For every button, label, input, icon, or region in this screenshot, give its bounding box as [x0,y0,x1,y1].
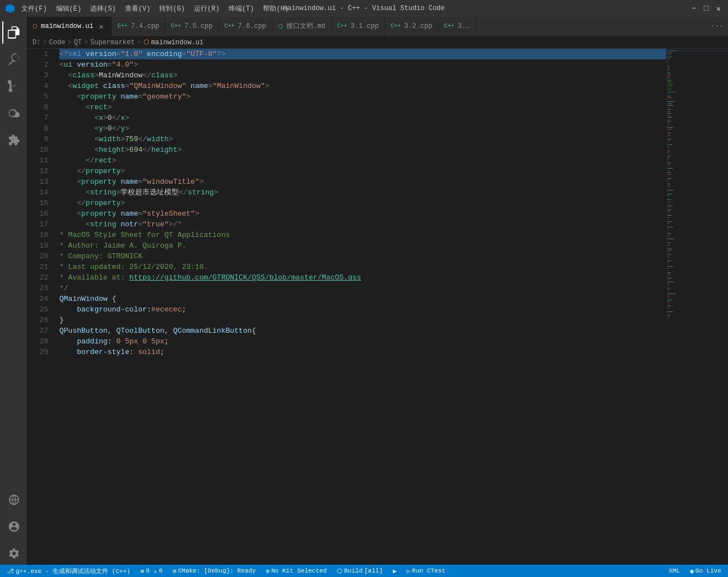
breadcrumb-filename[interactable]: mainwindow.ui [151,39,204,46]
minimize-button[interactable]: − [690,4,698,12]
line-num-27: 27 [36,325,48,336]
line-num-22: 22 [36,272,48,283]
title-bar-left: 文件(F) 编辑(E) 选择(S) 查看(V) 转到(G) 运行(R) 终端(T… [6,4,289,13]
line-num-21: 21 [36,262,48,272]
code-line-17: <string notr="true">/* [59,219,666,230]
line-num-14: 14 [36,187,48,198]
line-num-28: 28 [36,336,48,347]
menu-file[interactable]: 文件(F) [21,4,47,13]
tab-3-2-cpp[interactable]: C++ 3.2.cpp [385,17,438,36]
line-num-11: 11 [36,155,48,166]
breadcrumb-sep1: > [43,39,47,46]
code-line-24: QMainWindow { [59,294,666,304]
status-run-ctest[interactable]: ▷ Run CTest [405,565,448,577]
close-button[interactable]: ✕ [715,4,722,12]
status-bracket-label: [all] [364,567,383,574]
line-num-13: 13 [36,176,48,187]
tab-mainwindow-ui[interactable]: ⬡ mainwindow.ui ✕ [27,17,112,36]
code-line-11: </rect> [59,155,666,166]
line-num-20: 20 [36,251,48,262]
maximize-button[interactable]: □ [702,4,710,12]
tab-overflow-button[interactable]: ··· [706,17,728,36]
live-icon: ◉ [690,567,694,575]
tab-interface-md[interactable]: ⬡ 接口文档.md [272,17,332,36]
code-line-16: <property name="styleSheet"> [59,208,666,219]
status-lang[interactable]: XML [666,565,682,577]
status-warnings-count: 0 [159,567,163,574]
status-branch-label: g++.exe - 生成和调试活动文件 (C++) [16,567,131,575]
breadcrumb: D: > Code > QT > Supermarket > ⬡ mainwin… [27,36,728,49]
code-line-8: <y>0</y> [59,123,666,134]
explorer-icon[interactable] [2,21,25,44]
code-line-29: border-style: solid; [59,347,666,357]
line-num-25: 25 [36,304,48,315]
tab-3-1-cpp[interactable]: C++ 3.1.cpp [332,17,385,36]
kit-icon: ⚙ [266,567,270,575]
status-git-branch[interactable]: ⎇ g++.exe - 生成和调试活动文件 (C++) [4,565,133,577]
status-go-live[interactable]: ◉ Go Live [688,565,724,577]
status-run-ctest-label: Run CTest [412,567,445,574]
status-cmake[interactable]: ⚙ CMake: [Debug]: Ready [170,565,258,577]
breadcrumb-drive[interactable]: D: [33,39,40,46]
minimap: ■■■ ■■■■■■■■■ ■■ ■■■ ■■■■■ ■■■■■■■ ■■■■ … [666,49,728,565]
breadcrumb-supermarket[interactable]: Supermarket [90,39,135,46]
code-line-15: </property> [59,198,666,208]
breadcrumb-code[interactable]: Code [49,39,66,46]
line-num-8: 8 [36,123,48,134]
code-line-5: <property name="geometry"> [59,91,666,102]
line-num-2: 2 [36,59,48,70]
menu-goto[interactable]: 转到(G) [159,4,185,13]
tab-7-6-cpp[interactable]: C++ 7.6.cpp [219,17,272,36]
line-num-16: 16 [36,208,48,219]
code-line-28: padding: 0 5px 0 5px; [59,336,666,347]
status-lang-label: XML [669,567,680,574]
status-debug-icon-area[interactable]: ▶ [391,565,399,577]
tab-3-more[interactable]: C++ 3.… [438,17,476,36]
tab-icon-cpp4: C++ [337,23,347,29]
breadcrumb-qt[interactable]: QT [74,39,82,46]
error-icon: ⊗ [141,567,145,575]
code-line-2: <ui version="4.0"> [59,59,666,70]
tab-label-interface-md: 接口文档.md [286,21,326,31]
remote-icon[interactable] [2,488,25,511]
menu-run[interactable]: 运行(R) [194,4,220,13]
status-go-live-label: Go Live [695,567,721,574]
line-num-29: 29 [36,347,48,357]
code-line-3: <class>MainWindow</class> [59,70,666,81]
tab-label-7-4-cpp: 7.4.cpp [131,22,159,30]
code-editor[interactable]: <?xml version="1.0" encoding="UTF-8"?> <… [54,49,666,565]
menu-terminal[interactable]: 终端(T) [229,4,254,13]
code-line-25: background-color:#ececec; [59,304,666,315]
tab-label-7-5-cpp: 7.5.cpp [184,22,212,30]
menu-select[interactable]: 选择(S) [90,4,116,13]
tab-icon-cpp3: C++ [225,23,235,29]
activity-bar [0,17,27,565]
menu-view[interactable]: 查看(V) [125,4,151,13]
tab-icon-cpp6: C++ [444,23,454,29]
debug-icon[interactable] [2,102,25,124]
tab-label-3-more: 3.… [457,22,470,30]
tab-7-5-cpp[interactable]: C++ 7.5.cpp [165,17,219,36]
line-num-15: 15 [36,198,48,208]
status-bar: ⎇ g++.exe - 生成和调试活动文件 (C++) ⊗ 0 ⚠ 0 ⚙ CM… [0,565,728,577]
debug-play-icon: ▶ [393,567,397,575]
source-control-icon[interactable] [2,75,25,97]
line-num-3: 3 [36,70,48,81]
menu-edit[interactable]: 编辑(E) [56,4,82,13]
code-line-22: * Available at: https://github.com/GTRON… [59,272,666,283]
extensions-icon[interactable] [2,129,25,151]
status-build[interactable]: ⬡ Build [all] [335,565,385,577]
account-icon[interactable] [2,515,25,538]
status-errors-count: 0 [146,567,150,574]
code-line-6: <rect> [59,102,666,113]
tab-icon-cpp: C++ [118,23,128,29]
status-errors[interactable]: ⊗ 0 ⚠ 0 [138,565,165,577]
tab-close-mainwindow-ui[interactable]: ✕ [97,22,106,31]
tab-7-4-cpp[interactable]: C++ 7.4.cpp [112,17,165,36]
status-no-kit[interactable]: ⚙ No Kit Selected [263,565,329,577]
settings-icon[interactable] [2,542,25,565]
status-build-label: Build [344,567,363,574]
search-icon[interactable] [2,48,25,71]
line-num-4: 4 [36,81,48,91]
line-num-23: 23 [36,283,48,294]
